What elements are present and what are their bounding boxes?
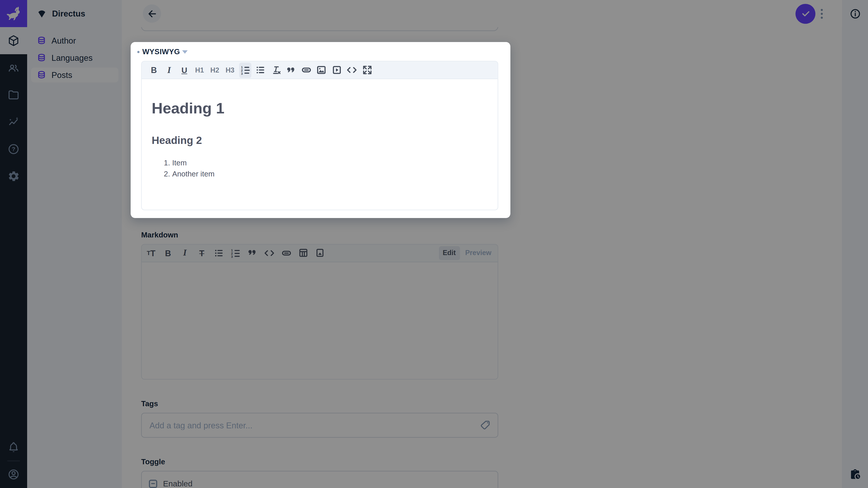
code-icon [346,65,357,75]
content-heading-2: Heading 2 [152,134,487,147]
list-item: Another item [172,169,487,180]
wysiwyg-field-label: WYSIWYG [142,48,180,56]
image-button[interactable] [315,62,328,78]
h3-button[interactable]: H3 [224,62,236,78]
media-button[interactable] [331,62,343,78]
bullet-list-button[interactable] [254,62,267,78]
bullet-list-icon [255,65,266,75]
content-ordered-list: Item Another item [152,158,487,180]
h1-button[interactable]: H1 [193,62,206,78]
svg-text:3: 3 [241,72,243,75]
directus-app: Creating Item in Posts Markdown TT B I T… [0,0,868,488]
italic-button[interactable]: I [163,62,175,78]
wysiwyg-editor: B I U H1 H2 H3 123 [141,61,498,210]
code-button[interactable] [346,62,358,78]
bold-button[interactable]: B [148,62,160,78]
image-icon [316,65,327,75]
video-icon [331,65,342,75]
list-item: Item [172,158,487,169]
wysiwyg-toolbar: B I U H1 H2 H3 123 [142,61,498,79]
link-icon [301,65,311,75]
field-menu-chevron-icon[interactable] [182,51,188,54]
numbered-list-icon: 123 [240,65,251,75]
remove-format-icon [270,65,281,75]
fullscreen-button[interactable] [361,62,373,78]
fullscreen-icon [362,65,372,75]
h2-button[interactable]: H2 [209,62,221,78]
underline-button[interactable]: U [178,62,191,78]
content-heading-1: Heading 1 [152,99,487,117]
blockquote-button[interactable] [285,62,297,78]
blockquote-icon [286,65,296,75]
wysiwyg-content[interactable]: Heading 1 Heading 2 Item Another item [142,79,498,180]
remove-format-button[interactable] [270,62,282,78]
field-edited-dot [137,51,140,53]
link-button[interactable] [300,62,312,78]
numbered-list-button[interactable]: 123 [239,62,251,78]
